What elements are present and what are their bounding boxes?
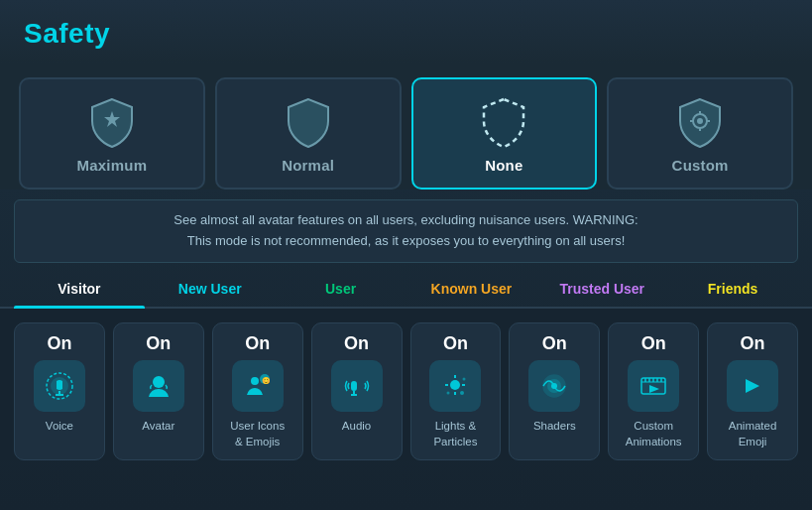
level-normal-label: Normal [282,157,334,174]
tab-known-user[interactable]: Known User [406,271,536,307]
svg-rect-15 [351,381,357,391]
svg-point-12 [251,377,259,385]
svg-marker-36 [649,385,659,393]
feature-animated-emoji[interactable]: On Animated Emoji [707,322,798,460]
safety-page: Safety Maximum Normal None [0,0,812,510]
tab-new-user[interactable]: New User [145,271,276,307]
user-icons-icon: 😊 [243,371,273,401]
shaders-icon [539,371,569,401]
feature-audio[interactable]: On Audio [311,322,403,460]
shield-star-icon [84,93,140,149]
shaders-icon-wrap [528,360,580,412]
svg-text:😊: 😊 [262,376,271,385]
feature-user-icons[interactable]: On 😊 User Icons & Emojis [212,322,303,460]
feature-custom-animations[interactable]: On Custom Animations [608,322,699,460]
shield-dashed-icon [476,93,531,149]
lights-icon-wrap [429,360,481,412]
feature-avatar-status: On [146,333,171,354]
feature-voice-label: Voice [46,418,73,434]
warning-bar: See almost all avatar features on all us… [14,199,798,263]
header: Safety [0,0,812,64]
level-maximum-label: Maximum [77,157,148,174]
svg-point-24 [447,391,450,394]
tab-visitor[interactable]: Visitor [14,271,145,307]
svg-marker-37 [746,379,759,393]
user-icons-icon-wrap: 😊 [232,360,284,412]
tab-trusted-user[interactable]: Trusted User [536,271,667,307]
shield-plain-icon [281,93,336,149]
voice-icon [45,371,74,401]
svg-point-11 [153,376,165,388]
animated-emoji-icon [738,371,767,401]
feature-audio-status: On [344,333,369,354]
voice-icon-wrap [34,360,85,412]
avatar-icon [144,371,174,401]
warning-line1: See almost all avatar features on all us… [174,212,638,227]
feature-user-icons-label: User Icons & Emojis [230,418,285,449]
feature-audio-label: Audio [342,418,371,434]
level-normal[interactable]: Normal [215,77,402,190]
warning-line2: This mode is not recommended, as it expo… [187,233,626,248]
feature-avatar-label: Avatar [142,418,174,434]
shield-gear-icon [672,93,728,149]
animations-icon-wrap [628,360,679,412]
feature-avatar[interactable]: On Avatar [113,322,204,460]
level-none[interactable]: None [411,77,598,190]
feature-lights-particles[interactable]: On Lights & Particles [410,322,502,460]
features-row: On Voice On [0,309,812,460]
tab-friends[interactable]: Friends [667,271,798,307]
feature-voice[interactable]: On Voice [14,322,105,460]
feature-voice-status: On [47,333,71,354]
lights-particles-icon [440,371,470,401]
feature-user-icons-status: On [245,333,270,354]
level-maximum[interactable]: Maximum [19,77,205,190]
feature-lights-label: Lights & Particles [433,418,477,449]
svg-point-25 [463,377,466,380]
safety-levels: Maximum Normal None [0,64,812,190]
animations-icon [638,371,668,401]
svg-point-18 [450,380,460,390]
emoji-icon-wrap [727,360,778,412]
feature-emoji-label: Animated Emoji [729,418,777,449]
feature-shaders-status: On [542,333,567,354]
feature-shaders[interactable]: On Shaders [509,322,600,460]
level-custom-label: Custom [672,157,729,174]
svg-point-23 [460,391,464,395]
level-none-label: None [485,157,522,174]
tab-user[interactable]: User [276,271,406,307]
feature-animations-status: On [641,333,666,354]
feature-emoji-status: On [741,333,765,354]
feature-shaders-label: Shaders [533,418,576,434]
svg-point-2 [697,118,703,124]
feature-animations-label: Custom Animations [626,418,682,449]
audio-icon [342,371,372,401]
avatar-icon-wrap [133,360,184,412]
feature-lights-status: On [443,333,468,354]
audio-icon-wrap [331,360,383,412]
level-custom[interactable]: Custom [607,77,793,190]
page-title: Safety [24,18,788,50]
tabs-row: Visitor New User User Known User Trusted… [0,271,812,309]
